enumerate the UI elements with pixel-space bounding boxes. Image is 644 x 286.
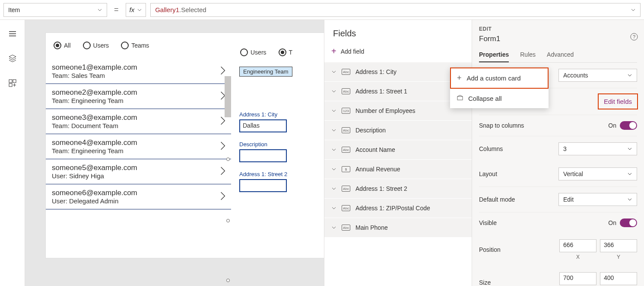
columns-select[interactable]: 3 bbox=[558, 142, 637, 155]
radio-users-2[interactable]: Users bbox=[240, 48, 266, 56]
text-type-icon: Abc bbox=[342, 88, 350, 94]
radio-teams-2[interactable]: T bbox=[279, 48, 293, 56]
gallery-scrollbar[interactable] bbox=[225, 76, 231, 117]
chevron-down-icon bbox=[331, 108, 336, 113]
svg-rect-1 bbox=[13, 80, 16, 83]
properties-tabs: Properties Rules Advanced bbox=[479, 51, 637, 63]
field-input-street2[interactable] bbox=[239, 179, 287, 192]
radio-users[interactable]: Users bbox=[83, 42, 109, 49]
chevron-down-icon bbox=[331, 69, 336, 74]
list-item[interactable]: someone6@example.comUser: Delegated Admi… bbox=[46, 184, 231, 209]
chevron-down-icon bbox=[331, 128, 336, 133]
svg-rect-0 bbox=[9, 80, 12, 83]
chevron-down-icon bbox=[331, 167, 336, 172]
selection-handle[interactable] bbox=[226, 279, 230, 282]
formula-text: Gallery1.Selected bbox=[155, 6, 206, 13]
fx-button[interactable]: fx bbox=[126, 3, 146, 17]
radio-teams[interactable]: Teams bbox=[121, 42, 149, 49]
size-height-input[interactable]: 400 bbox=[600, 272, 637, 285]
radio-all[interactable]: All bbox=[54, 42, 71, 49]
edit-fields-button[interactable]: Edit fields bbox=[599, 94, 637, 109]
collapse-all-item[interactable]: Collapse all bbox=[450, 89, 549, 108]
prop-layout-label: Layout bbox=[479, 170, 497, 177]
list-item[interactable]: someone5@example.comUser: Sidney Higa bbox=[46, 159, 231, 184]
property-selector-label: Item bbox=[8, 6, 20, 13]
field-row[interactable]: AbcDescription bbox=[324, 121, 495, 140]
chevron-down-icon bbox=[331, 186, 336, 191]
collapse-icon bbox=[457, 95, 463, 102]
property-selector[interactable]: Item bbox=[3, 3, 107, 17]
list-item[interactable]: someone1@example.comTeam: Sales Team bbox=[46, 59, 231, 84]
chevron-down-icon bbox=[631, 7, 636, 13]
position-y-input[interactable]: 366 bbox=[600, 239, 637, 252]
layout-select[interactable]: Vertical bbox=[558, 167, 637, 180]
size-width-input[interactable]: 700 bbox=[559, 272, 596, 285]
field-input-city[interactable]: Dallas bbox=[239, 119, 287, 132]
formula-input[interactable]: Gallery1.Selected bbox=[150, 3, 641, 17]
prop-position-label: Position bbox=[479, 246, 501, 253]
plus-icon: + bbox=[457, 74, 462, 83]
svg-text:?: ? bbox=[633, 34, 635, 39]
add-component-icon[interactable] bbox=[8, 79, 17, 89]
gallery1: All Users Teams someone1@example.comTeam… bbox=[46, 33, 232, 258]
text-type-icon: Abc bbox=[342, 147, 350, 153]
field-row[interactable]: $Annual Revenue bbox=[324, 160, 495, 179]
text-type-icon: Abc bbox=[342, 69, 350, 75]
snap-toggle[interactable]: On bbox=[608, 121, 637, 130]
field-row[interactable]: AbcAddress 1: Street 2 bbox=[324, 179, 495, 199]
add-field-button[interactable]: + Add field bbox=[331, 46, 364, 56]
visible-toggle[interactable]: On bbox=[608, 219, 637, 227]
tab-advanced[interactable]: Advanced bbox=[547, 51, 574, 62]
hamburger-icon[interactable] bbox=[8, 29, 17, 39]
prop-snap-label: Snap to columns bbox=[479, 122, 524, 129]
chevron-down-icon bbox=[331, 147, 336, 152]
field-row[interactable]: AbcMain Phone bbox=[324, 218, 495, 238]
gallery-filter-radios: All Users Teams bbox=[46, 33, 231, 59]
add-custom-card-item[interactable]: + Add a custom card bbox=[450, 67, 549, 89]
fields-panel: Fields + Add field ··· AbcAddress 1: Cit… bbox=[324, 20, 496, 286]
field-row-label: Address 1: ZIP/Postal Code bbox=[355, 205, 430, 212]
currency-type-icon: $ bbox=[342, 166, 350, 172]
selected-team-tag[interactable]: Engineering Team bbox=[239, 67, 292, 77]
field-row-label: Description bbox=[355, 127, 386, 134]
default-mode-select[interactable]: Edit bbox=[558, 193, 637, 206]
fx-label: fx bbox=[130, 6, 135, 13]
selection-handle[interactable] bbox=[226, 157, 230, 161]
field-row-label: Number of Employees bbox=[355, 107, 416, 114]
field-row-label: Address 1: Street 2 bbox=[355, 185, 407, 192]
prop-visible-label: Visible bbox=[479, 219, 497, 226]
selection-handle[interactable] bbox=[226, 219, 230, 222]
field-input-description[interactable] bbox=[239, 149, 287, 162]
chevron-down-icon bbox=[627, 146, 632, 151]
chevron-down-icon bbox=[331, 225, 336, 230]
equals-label: = bbox=[111, 5, 121, 14]
tab-rules[interactable]: Rules bbox=[520, 51, 536, 62]
text-type-icon: Abc bbox=[342, 127, 350, 133]
prop-size-label: Size bbox=[479, 279, 491, 286]
fields-panel-title: Fields bbox=[333, 29, 356, 39]
svg-rect-5 bbox=[457, 96, 463, 100]
text-type-icon: Abc bbox=[342, 225, 350, 231]
tab-properties[interactable]: Properties bbox=[479, 51, 509, 62]
list-item[interactable]: someone4@example.comTeam: Engineering Te… bbox=[46, 134, 231, 159]
field-row[interactable]: AbcAddress 1: ZIP/Postal Code bbox=[324, 199, 495, 218]
add-custom-card-label: Add a custom card bbox=[467, 74, 521, 82]
layers-icon[interactable] bbox=[8, 54, 17, 64]
chevron-right-icon bbox=[220, 166, 226, 177]
chevron-down-icon bbox=[627, 73, 632, 78]
data-source-select[interactable]: Accounts bbox=[558, 69, 637, 82]
chevron-right-icon bbox=[220, 116, 226, 127]
prop-default-mode-label: Default mode bbox=[479, 196, 515, 203]
field-row[interactable]: AbcAccount Name bbox=[324, 140, 495, 160]
chevron-right-icon bbox=[220, 141, 226, 152]
help-icon[interactable]: ? bbox=[630, 33, 638, 42]
field-row-label: Main Phone bbox=[355, 224, 388, 231]
field-row-label: Annual Revenue bbox=[355, 166, 400, 173]
position-x-input[interactable]: 666 bbox=[559, 239, 596, 252]
chevron-down-icon bbox=[97, 7, 102, 13]
field-row-label: Address 1: City bbox=[355, 68, 397, 75]
list-item[interactable]: someone2@example.comTeam: Engineering Te… bbox=[46, 84, 231, 109]
toggle-on-icon bbox=[620, 121, 637, 130]
gallery-items: someone1@example.comTeam: Sales Team som… bbox=[46, 59, 231, 209]
list-item[interactable]: someone3@example.comTeam: Document Team bbox=[46, 109, 231, 134]
